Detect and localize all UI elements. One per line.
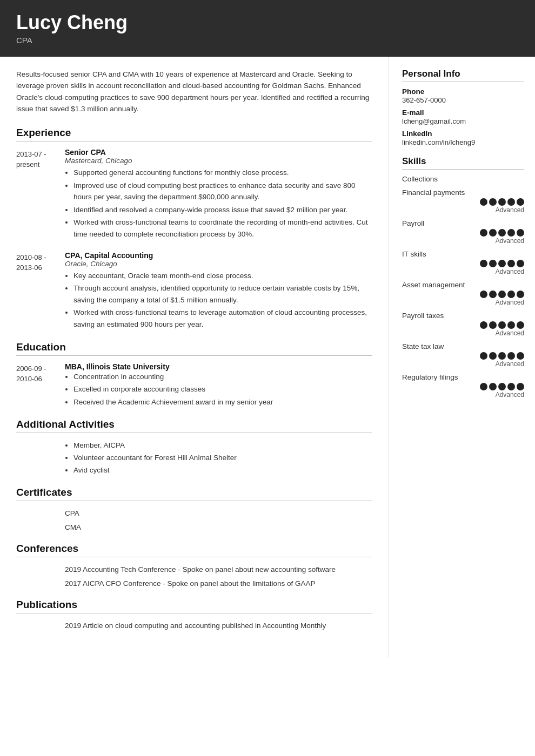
activity-item: Volunteer accountant for Forest Hill Ani… [73,452,372,464]
skill-dot [489,229,497,237]
skill-dot [507,260,515,267]
skill-dot [480,198,487,206]
skill-item: Payroll taxesAdvanced [402,312,524,337]
conference-item: 2019 Accounting Tech Conference - Spoke … [65,564,372,576]
skill-dot [507,321,515,329]
bullet-item: Improved use of cloud computing best pra… [73,180,372,203]
entry-date: 2006-09 - 2010-06 [16,362,65,409]
certificate-item: CPA [65,508,372,519]
skill-level-label: Advanced [402,268,524,275]
skill-dots-row [402,352,524,360]
skill-dot [507,198,515,206]
publications-section: Publications 2019 Article on cloud compu… [16,599,372,632]
certificates-divider [16,501,372,501]
skills-title: Skills [402,156,524,167]
conferences-title: Conferences [16,543,372,555]
skills-section: Skills CollectionsFinancial paymentsAdva… [402,156,524,399]
candidate-title: CPA [16,36,519,45]
linkedin-value: linkedin.com/in/lcheng9 [402,138,524,146]
personal-info-title: Personal Info [402,69,524,79]
skill-dot [517,352,524,360]
skills-divider [402,169,524,170]
skill-level-label: Advanced [402,391,524,399]
skill-dot [480,260,487,267]
bullet-item: Through account analysis, identified opp… [73,282,372,306]
entry-item: 2006-09 - 2010-06MBA, Illinois State Uni… [16,362,372,409]
skill-dot [507,229,515,237]
skill-dot [507,383,515,390]
activities-divider [16,433,372,433]
header: Lucy Cheng CPA [0,0,535,57]
skill-name: State tax law [402,342,524,350]
skill-item: PayrollAdvanced [402,219,524,245]
education-title: Education [16,341,372,353]
skill-dot [489,383,497,390]
skill-dot [517,260,524,267]
skill-dots-row [402,383,524,390]
skill-name: Asset management [402,281,524,289]
personal-info-divider [402,82,524,82]
bullet-item: Received the Academic Achievement award … [73,396,372,408]
skill-dots-row [402,198,524,206]
skill-dot [517,383,524,390]
phone-value: 362-657-0000 [402,96,524,104]
email-label: E-mail [402,109,524,117]
personal-info-section: Personal Info Phone 362-657-0000 E-mail … [402,69,524,146]
skill-dot [498,321,506,329]
skill-name: Payroll [402,219,524,227]
entry-content: MBA, Illinois State UniversityConcentrat… [65,362,372,409]
skill-name: Payroll taxes [402,312,524,320]
summary-text: Results-focused senior CPA and CMA with … [16,69,372,115]
skill-dot [517,321,524,329]
skill-name: Collections [402,175,524,183]
skill-dot [498,352,506,360]
linkedin-label: LinkedIn [402,130,524,138]
certificates-section: Certificates CPACMA [16,487,372,533]
bullet-item: Key accountant, Oracle team month-end cl… [73,270,372,282]
bullet-item: Worked with cross-functional teams to co… [73,217,372,240]
experience-title: Experience [16,127,372,139]
skill-dot [498,229,506,237]
activity-item: Avid cyclist [73,464,372,477]
skill-dot [489,291,497,298]
skill-item: State tax lawAdvanced [402,342,524,368]
skill-dot [489,352,497,360]
email-value: lcheng@gamail.com [402,117,524,125]
skill-dot [480,321,487,329]
skill-dot [480,291,487,298]
skill-item: IT skillsAdvanced [402,250,524,275]
skill-level-label: Advanced [402,360,524,368]
skill-item: Asset managementAdvanced [402,281,524,306]
skill-dot [517,229,524,237]
education-section: Education 2006-09 - 2010-06MBA, Illinois… [16,341,372,409]
conferences-divider [16,557,372,557]
main-layout: Results-focused senior CPA and CMA with … [0,57,535,658]
bullet-item: Supported general accounting functions f… [73,167,372,179]
skill-dot [498,291,506,298]
education-entries: 2006-09 - 2010-06MBA, Illinois State Uni… [16,362,372,409]
skill-name: IT skills [402,250,524,258]
skill-item: Collections [402,175,524,183]
publications-title: Publications [16,599,372,611]
skill-dots-row [402,229,524,237]
publications-list: 2019 Article on cloud computing and acco… [16,620,372,632]
skill-dots-row [402,321,524,329]
left-column: Results-focused senior CPA and CMA with … [0,57,389,658]
skill-dot [517,198,524,206]
entry-org: Oracle, Chicago [65,260,372,268]
skill-dot [489,198,497,206]
skill-item: Regulatory filingsAdvanced [402,373,524,399]
entry-title: Senior CPA [65,148,372,157]
experience-entries: 2013-07 - presentSenior CPAMastercard, C… [16,148,372,332]
education-divider [16,355,372,356]
skill-name: Financial payments [402,188,524,197]
skill-dots-row [402,291,524,298]
bullet-item: Identified and resolved a company-wide p… [73,204,372,216]
skill-dot [517,291,524,298]
skill-level-label: Advanced [402,206,524,214]
skill-dot [489,260,497,267]
skill-level-label: Advanced [402,237,524,245]
entry-bullets: Key accountant, Oracle team month-end cl… [65,270,372,330]
publication-item: 2019 Article on cloud computing and acco… [65,620,372,632]
skill-dots-row [402,260,524,267]
